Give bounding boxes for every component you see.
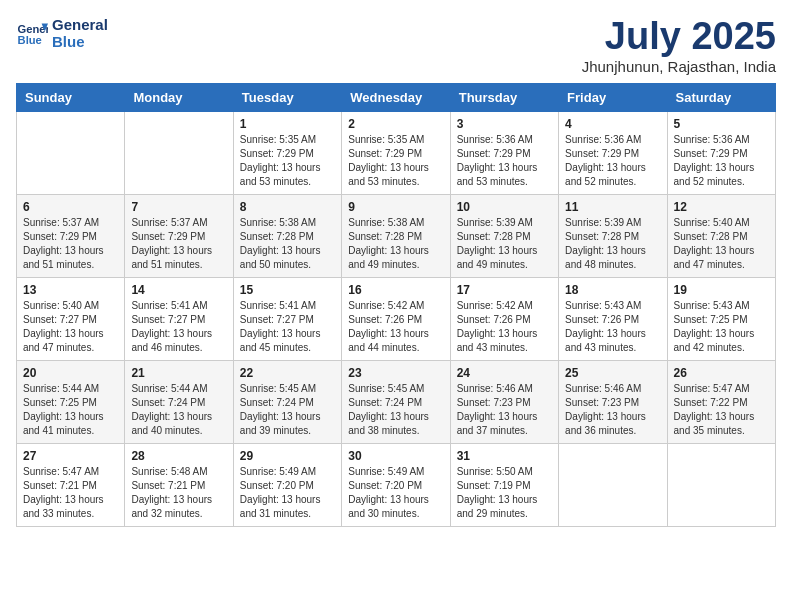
calendar-cell: [667, 443, 775, 526]
calendar-cell: 2Sunrise: 5:35 AM Sunset: 7:29 PM Daylig…: [342, 111, 450, 194]
day-number: 22: [240, 366, 335, 380]
day-info: Sunrise: 5:42 AM Sunset: 7:26 PM Dayligh…: [348, 299, 443, 355]
day-info: Sunrise: 5:47 AM Sunset: 7:21 PM Dayligh…: [23, 465, 118, 521]
column-header-saturday: Saturday: [667, 83, 775, 111]
calendar-cell: 10Sunrise: 5:39 AM Sunset: 7:28 PM Dayli…: [450, 194, 558, 277]
day-number: 20: [23, 366, 118, 380]
day-info: Sunrise: 5:39 AM Sunset: 7:28 PM Dayligh…: [457, 216, 552, 272]
day-info: Sunrise: 5:42 AM Sunset: 7:26 PM Dayligh…: [457, 299, 552, 355]
calendar-cell: 16Sunrise: 5:42 AM Sunset: 7:26 PM Dayli…: [342, 277, 450, 360]
logo-icon: General Blue: [16, 17, 48, 49]
column-header-tuesday: Tuesday: [233, 83, 341, 111]
day-info: Sunrise: 5:35 AM Sunset: 7:29 PM Dayligh…: [240, 133, 335, 189]
calendar-cell: 17Sunrise: 5:42 AM Sunset: 7:26 PM Dayli…: [450, 277, 558, 360]
calendar-cell: 30Sunrise: 5:49 AM Sunset: 7:20 PM Dayli…: [342, 443, 450, 526]
day-info: Sunrise: 5:40 AM Sunset: 7:27 PM Dayligh…: [23, 299, 118, 355]
calendar-cell: 5Sunrise: 5:36 AM Sunset: 7:29 PM Daylig…: [667, 111, 775, 194]
day-number: 5: [674, 117, 769, 131]
calendar-cell: [559, 443, 667, 526]
day-info: Sunrise: 5:40 AM Sunset: 7:28 PM Dayligh…: [674, 216, 769, 272]
column-header-wednesday: Wednesday: [342, 83, 450, 111]
day-info: Sunrise: 5:41 AM Sunset: 7:27 PM Dayligh…: [131, 299, 226, 355]
day-info: Sunrise: 5:46 AM Sunset: 7:23 PM Dayligh…: [457, 382, 552, 438]
calendar-cell: 31Sunrise: 5:50 AM Sunset: 7:19 PM Dayli…: [450, 443, 558, 526]
day-info: Sunrise: 5:50 AM Sunset: 7:19 PM Dayligh…: [457, 465, 552, 521]
page-header: General Blue General Blue July 2025 Jhun…: [16, 16, 776, 75]
logo-general: General: [52, 16, 108, 33]
day-info: Sunrise: 5:45 AM Sunset: 7:24 PM Dayligh…: [348, 382, 443, 438]
subtitle: Jhunjhunun, Rajasthan, India: [582, 58, 776, 75]
day-number: 9: [348, 200, 443, 214]
day-number: 25: [565, 366, 660, 380]
calendar-cell: 8Sunrise: 5:38 AM Sunset: 7:28 PM Daylig…: [233, 194, 341, 277]
day-info: Sunrise: 5:44 AM Sunset: 7:25 PM Dayligh…: [23, 382, 118, 438]
day-number: 10: [457, 200, 552, 214]
day-info: Sunrise: 5:38 AM Sunset: 7:28 PM Dayligh…: [240, 216, 335, 272]
day-info: Sunrise: 5:37 AM Sunset: 7:29 PM Dayligh…: [23, 216, 118, 272]
calendar-cell: 12Sunrise: 5:40 AM Sunset: 7:28 PM Dayli…: [667, 194, 775, 277]
calendar-week-4: 27Sunrise: 5:47 AM Sunset: 7:21 PM Dayli…: [17, 443, 776, 526]
day-number: 8: [240, 200, 335, 214]
calendar-cell: 29Sunrise: 5:49 AM Sunset: 7:20 PM Dayli…: [233, 443, 341, 526]
day-number: 29: [240, 449, 335, 463]
calendar-body: 1Sunrise: 5:35 AM Sunset: 7:29 PM Daylig…: [17, 111, 776, 526]
calendar-cell: 28Sunrise: 5:48 AM Sunset: 7:21 PM Dayli…: [125, 443, 233, 526]
day-info: Sunrise: 5:49 AM Sunset: 7:20 PM Dayligh…: [348, 465, 443, 521]
calendar-cell: 4Sunrise: 5:36 AM Sunset: 7:29 PM Daylig…: [559, 111, 667, 194]
day-info: Sunrise: 5:39 AM Sunset: 7:28 PM Dayligh…: [565, 216, 660, 272]
calendar-cell: 11Sunrise: 5:39 AM Sunset: 7:28 PM Dayli…: [559, 194, 667, 277]
calendar-cell: 1Sunrise: 5:35 AM Sunset: 7:29 PM Daylig…: [233, 111, 341, 194]
day-number: 27: [23, 449, 118, 463]
day-number: 14: [131, 283, 226, 297]
calendar-cell: 6Sunrise: 5:37 AM Sunset: 7:29 PM Daylig…: [17, 194, 125, 277]
calendar-table: SundayMondayTuesdayWednesdayThursdayFrid…: [16, 83, 776, 527]
calendar-cell: [125, 111, 233, 194]
svg-text:Blue: Blue: [18, 34, 42, 46]
day-info: Sunrise: 5:36 AM Sunset: 7:29 PM Dayligh…: [565, 133, 660, 189]
day-info: Sunrise: 5:48 AM Sunset: 7:21 PM Dayligh…: [131, 465, 226, 521]
calendar-cell: 19Sunrise: 5:43 AM Sunset: 7:25 PM Dayli…: [667, 277, 775, 360]
column-header-monday: Monday: [125, 83, 233, 111]
day-info: Sunrise: 5:46 AM Sunset: 7:23 PM Dayligh…: [565, 382, 660, 438]
calendar-cell: 18Sunrise: 5:43 AM Sunset: 7:26 PM Dayli…: [559, 277, 667, 360]
calendar-week-1: 6Sunrise: 5:37 AM Sunset: 7:29 PM Daylig…: [17, 194, 776, 277]
day-number: 16: [348, 283, 443, 297]
calendar-cell: 27Sunrise: 5:47 AM Sunset: 7:21 PM Dayli…: [17, 443, 125, 526]
calendar-cell: 21Sunrise: 5:44 AM Sunset: 7:24 PM Dayli…: [125, 360, 233, 443]
day-number: 7: [131, 200, 226, 214]
day-number: 23: [348, 366, 443, 380]
calendar-cell: 23Sunrise: 5:45 AM Sunset: 7:24 PM Dayli…: [342, 360, 450, 443]
day-info: Sunrise: 5:36 AM Sunset: 7:29 PM Dayligh…: [457, 133, 552, 189]
day-number: 26: [674, 366, 769, 380]
day-info: Sunrise: 5:35 AM Sunset: 7:29 PM Dayligh…: [348, 133, 443, 189]
calendar-cell: 15Sunrise: 5:41 AM Sunset: 7:27 PM Dayli…: [233, 277, 341, 360]
calendar-cell: 22Sunrise: 5:45 AM Sunset: 7:24 PM Dayli…: [233, 360, 341, 443]
day-info: Sunrise: 5:43 AM Sunset: 7:25 PM Dayligh…: [674, 299, 769, 355]
calendar-week-0: 1Sunrise: 5:35 AM Sunset: 7:29 PM Daylig…: [17, 111, 776, 194]
day-number: 11: [565, 200, 660, 214]
day-info: Sunrise: 5:38 AM Sunset: 7:28 PM Dayligh…: [348, 216, 443, 272]
day-number: 24: [457, 366, 552, 380]
calendar-week-2: 13Sunrise: 5:40 AM Sunset: 7:27 PM Dayli…: [17, 277, 776, 360]
column-header-friday: Friday: [559, 83, 667, 111]
calendar-cell: 24Sunrise: 5:46 AM Sunset: 7:23 PM Dayli…: [450, 360, 558, 443]
column-header-sunday: Sunday: [17, 83, 125, 111]
calendar-week-3: 20Sunrise: 5:44 AM Sunset: 7:25 PM Dayli…: [17, 360, 776, 443]
calendar-cell: 7Sunrise: 5:37 AM Sunset: 7:29 PM Daylig…: [125, 194, 233, 277]
column-header-thursday: Thursday: [450, 83, 558, 111]
day-info: Sunrise: 5:47 AM Sunset: 7:22 PM Dayligh…: [674, 382, 769, 438]
day-number: 17: [457, 283, 552, 297]
day-info: Sunrise: 5:44 AM Sunset: 7:24 PM Dayligh…: [131, 382, 226, 438]
day-number: 6: [23, 200, 118, 214]
day-number: 15: [240, 283, 335, 297]
day-number: 12: [674, 200, 769, 214]
title-block: July 2025 Jhunjhunun, Rajasthan, India: [582, 16, 776, 75]
logo: General Blue General Blue: [16, 16, 108, 50]
day-number: 2: [348, 117, 443, 131]
day-number: 1: [240, 117, 335, 131]
day-info: Sunrise: 5:36 AM Sunset: 7:29 PM Dayligh…: [674, 133, 769, 189]
day-info: Sunrise: 5:37 AM Sunset: 7:29 PM Dayligh…: [131, 216, 226, 272]
main-title: July 2025: [582, 16, 776, 58]
day-number: 21: [131, 366, 226, 380]
calendar-cell: 13Sunrise: 5:40 AM Sunset: 7:27 PM Dayli…: [17, 277, 125, 360]
